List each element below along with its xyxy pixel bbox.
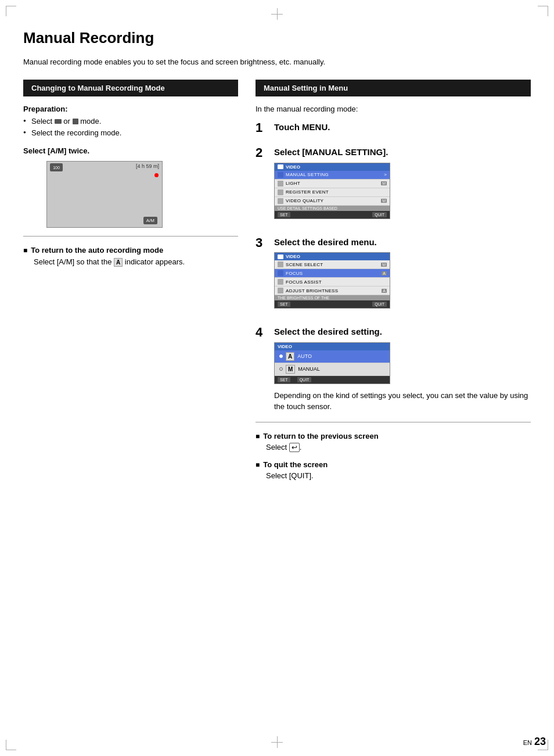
note3-body: Select [QUIT]. xyxy=(256,470,531,482)
note3-header: To quit the screen xyxy=(256,459,531,471)
step-2-number: 2 xyxy=(256,146,268,159)
right-section-header: Manual Setting in Menu xyxy=(256,80,531,96)
corner-mark-tl xyxy=(6,6,16,16)
step-1-number: 1 xyxy=(256,121,268,134)
step-1-label: Touch MENU. xyxy=(274,121,531,133)
menu-row-icon-brightness xyxy=(278,288,283,293)
note1-header: To return to the auto recording mode xyxy=(23,245,238,256)
menu-row-brightness[interactable]: ADJUST BRIGHTNESS A xyxy=(275,286,390,295)
menu-row-icon-quality xyxy=(278,198,283,204)
menu-footer-2: SET QUIT xyxy=(275,211,390,218)
menu-row-badge-scene: M xyxy=(381,263,387,267)
menu-row-icon-scene xyxy=(278,261,283,267)
menu-title-bar-3: VIDEO xyxy=(275,253,390,260)
photo-icon xyxy=(73,119,78,124)
menu-footer-quit-2[interactable]: QUIT xyxy=(372,212,387,217)
corner-mark-tr xyxy=(538,6,548,16)
submenu-auto-text: AUTO xyxy=(297,353,312,359)
submenu-manual-text: MANUAL xyxy=(298,366,320,372)
note2-header: To return to the previous screen xyxy=(256,431,531,442)
bullet-item-1: Select or mode. xyxy=(23,116,238,128)
note-quit-screen: To quit the screen Select [QUIT]. xyxy=(256,459,531,482)
note1-body: Select [A/M] so that the A indicator app… xyxy=(23,256,238,268)
menu-screen-2: VIDEO MANUAL SETTING > LIGHT M xyxy=(274,163,390,219)
corner-mark-bl xyxy=(6,740,16,750)
menu-row-text-ms: MANUAL SETTING xyxy=(286,172,382,177)
radio-dot-auto xyxy=(279,354,283,358)
left-column: Changing to Manual Recording Mode Prepar… xyxy=(23,80,238,488)
menu-row-light[interactable]: LIGHT M xyxy=(275,180,390,188)
left-section-header: Changing to Manual Recording Mode xyxy=(23,80,238,96)
step-4-label: Select the desired setting. xyxy=(274,326,531,338)
step-4-content: Select the desired setting. VIDEO A AUTO… xyxy=(274,326,531,413)
menu-title-2-text: VIDEO xyxy=(286,164,300,170)
menu-row-focus-assist[interactable]: FOCUS ASSIST xyxy=(275,278,390,286)
crosshair-top-icon xyxy=(271,8,283,20)
manual-indicator-icon: M xyxy=(286,365,295,374)
submenu-row-auto[interactable]: A AUTO xyxy=(275,350,390,363)
intro-text: Manual recording mode enables you to set… xyxy=(23,56,531,68)
step-2-content: Select [MANUAL SETTING]. VIDEO MANUAL SE… xyxy=(274,146,531,227)
preparation-label: Preparation: xyxy=(23,105,238,113)
menu-row-scene[interactable]: SCENE SELECT M xyxy=(275,260,390,269)
menu-row-text-scene: SCENE SELECT xyxy=(286,262,381,267)
a-indicator-icon: A xyxy=(114,258,123,267)
page-number-area: EN 23 xyxy=(523,736,546,748)
step-1-content: Touch MENU. xyxy=(274,121,531,138)
left-divider xyxy=(23,236,238,237)
video-cam-icon xyxy=(55,119,62,124)
preparation-list: Select or mode. Select the recording mod… xyxy=(23,116,238,140)
submenu-quit-btn[interactable]: QUIT xyxy=(297,377,312,382)
menu-row-badge-brightness: A xyxy=(382,289,387,293)
menu-row-badge-quality: M xyxy=(381,199,387,203)
camera-icon-indicator: 100 xyxy=(50,163,63,171)
cam-icon-2 xyxy=(278,164,283,169)
menu-row-register[interactable]: REGISTER EVENT xyxy=(275,188,390,197)
menu-row-text-focusassist: FOCUS ASSIST xyxy=(286,280,387,285)
menu-footer-set-3[interactable]: SET xyxy=(278,302,290,307)
camera-icon-text: 100 xyxy=(53,166,60,170)
step-3-row: 3 Select the desired menu. VIDEO SCENE S… xyxy=(256,237,531,317)
menu-row-text-light: LIGHT xyxy=(286,181,381,186)
am-button: A/M xyxy=(143,217,157,224)
cam-icon-3 xyxy=(278,255,283,259)
menu-row-badge-light: M xyxy=(381,181,387,185)
menu-row-badge-focus: A xyxy=(382,271,387,275)
menu-row-manual-setting[interactable]: MANUAL SETTING > xyxy=(275,171,390,180)
return-icon: ↩ xyxy=(289,443,300,452)
step-2-label: Select [MANUAL SETTING]. xyxy=(274,146,531,158)
step-3-number: 3 xyxy=(256,237,268,249)
page-title: Manual Recording xyxy=(23,29,531,47)
step-4-note: Depending on the kind of settings you se… xyxy=(274,390,531,413)
menu-row-quality[interactable]: VIDEO QUALITY M xyxy=(275,197,390,206)
page-en-label: EN xyxy=(523,739,532,746)
submenu-screen-4: VIDEO A AUTO M MANUAL SET xyxy=(274,342,390,384)
menu-footer-quit-3[interactable]: QUIT xyxy=(372,302,387,307)
mode-intro-text: In the manual recording mode: xyxy=(256,105,531,113)
step-3-content: Select the desired menu. VIDEO SCENE SEL… xyxy=(274,237,531,317)
menu-title-bar-2: VIDEO xyxy=(275,163,390,171)
menu-footer-info-2: USE DETAIL SETTINGS BASED xyxy=(275,206,390,211)
menu-row-focus[interactable]: FOCUS A xyxy=(275,269,390,278)
step-1-row: 1 Touch MENU. xyxy=(256,121,531,138)
step-4-number: 4 xyxy=(256,326,268,339)
menu-row-text-register: REGISTER EVENT xyxy=(286,189,387,195)
menu-row-icon-register xyxy=(278,189,283,195)
page-number: 23 xyxy=(534,736,546,748)
step-2-row: 2 Select [MANUAL SETTING]. VIDEO MANUAL … xyxy=(256,146,531,227)
note2-body: Select ↩. xyxy=(256,442,531,453)
menu-footer-3: SET QUIT xyxy=(275,300,390,308)
menu-row-arrow-ms: > xyxy=(384,172,387,177)
menu-row-icon-focus xyxy=(278,270,283,276)
bullet-item-2: Select the recording mode. xyxy=(23,127,238,139)
submenu-set-btn[interactable]: SET xyxy=(278,377,290,382)
note-prev-screen: To return to the previous screen Select … xyxy=(256,431,531,453)
menu-screen-3: VIDEO SCENE SELECT M FOCUS A xyxy=(274,252,390,309)
step-4-row: 4 Select the desired setting. VIDEO A AU… xyxy=(256,326,531,413)
menu-row-text-quality: VIDEO QUALITY xyxy=(286,198,381,203)
rec-dot-icon xyxy=(154,173,159,177)
menu-footer-set-2[interactable]: SET xyxy=(278,212,290,217)
menu-footer-info-3: THE BRIGHTNESS OF THE xyxy=(275,295,390,300)
submenu-row-manual[interactable]: M MANUAL xyxy=(275,363,390,376)
crosshair-bottom-icon xyxy=(271,736,283,748)
